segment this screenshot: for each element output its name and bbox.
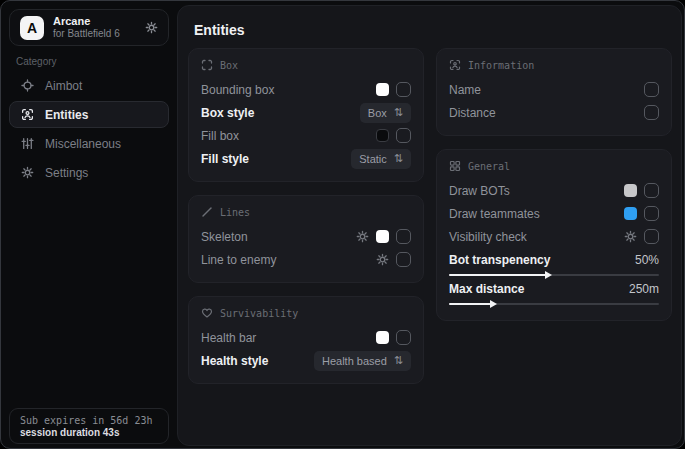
color-swatch[interactable] bbox=[624, 184, 637, 197]
slider-value: 50% bbox=[635, 253, 659, 267]
color-swatch[interactable] bbox=[376, 129, 389, 142]
color-swatch[interactable] bbox=[624, 207, 637, 220]
color-swatch[interactable] bbox=[376, 83, 389, 96]
sidebar-item-aimbot[interactable]: Aimbot bbox=[9, 72, 169, 99]
setting-label: Max distance bbox=[449, 282, 524, 296]
setting-label: Health bar bbox=[201, 331, 256, 345]
checkbox[interactable] bbox=[396, 82, 411, 97]
slider-header: Max distance250m bbox=[449, 280, 659, 297]
slider-bot-transpenency: Bot transpenency50% bbox=[449, 251, 659, 276]
info-icon bbox=[449, 59, 461, 71]
style-select[interactable]: Box⇅ bbox=[360, 103, 411, 123]
setting-row-health-bar: Health bar bbox=[201, 326, 411, 349]
card-box: BoxBounding boxBox styleBox⇅Fill boxFill… bbox=[188, 48, 424, 182]
checkbox[interactable] bbox=[396, 330, 411, 345]
card-header: Survivability bbox=[201, 307, 411, 319]
style-select[interactable]: Static⇅ bbox=[351, 149, 411, 169]
setting-row-fill-style: Fill styleStatic⇅ bbox=[201, 147, 411, 170]
checkbox[interactable] bbox=[644, 206, 659, 221]
slider-track[interactable] bbox=[449, 303, 659, 305]
updown-arrows-icon: ⇅ bbox=[394, 153, 403, 164]
style-select[interactable]: Health based⇅ bbox=[314, 351, 411, 371]
row-controls bbox=[624, 183, 659, 198]
sidebar-item-label: Aimbot bbox=[45, 79, 82, 93]
settings-column-right: InformationNameDistanceGeneralDraw BOTsD… bbox=[436, 48, 672, 321]
logo-text: Arcane for Battlefield 6 bbox=[53, 15, 136, 39]
sidebar-item-settings[interactable]: Settings bbox=[9, 159, 169, 186]
select-value: Static bbox=[359, 153, 387, 165]
card-general: GeneralDraw BOTsDraw teammatesVisibility… bbox=[436, 149, 672, 321]
sidebar-item-miscellaneous[interactable]: Miscellaneous bbox=[9, 130, 169, 157]
sidebar: A Arcane for Battlefield 6 Category Aimb… bbox=[1, 1, 177, 448]
setting-row-skeleton: Skeleton bbox=[201, 225, 411, 248]
row-controls: Health based⇅ bbox=[314, 351, 411, 371]
app-avatar: A bbox=[20, 16, 44, 40]
gear-icon[interactable] bbox=[376, 253, 389, 266]
app-window: A Arcane for Battlefield 6 Category Aimb… bbox=[0, 0, 685, 449]
color-swatch[interactable] bbox=[376, 331, 389, 344]
checkbox[interactable] bbox=[644, 183, 659, 198]
subscription-info: Sub expires in 56d 23h session duration … bbox=[9, 408, 169, 444]
slider-track[interactable] bbox=[449, 274, 659, 276]
card-title: General bbox=[468, 161, 510, 172]
slider-value: 250m bbox=[629, 282, 659, 296]
setting-row-draw-teammates: Draw teammates bbox=[449, 202, 659, 225]
main-panel: Entities BoxBounding boxBox styleBox⇅Fil… bbox=[177, 5, 682, 446]
setting-label: Bounding box bbox=[201, 83, 274, 97]
slider-fill[interactable] bbox=[449, 303, 495, 305]
row-controls: Box⇅ bbox=[360, 103, 411, 123]
gear-icon[interactable] bbox=[145, 21, 158, 34]
gear-icon bbox=[21, 166, 34, 179]
card-title: Lines bbox=[220, 207, 250, 218]
slider-max-distance: Max distance250m bbox=[449, 280, 659, 305]
setting-label: Health style bbox=[201, 354, 268, 368]
checkbox[interactable] bbox=[396, 229, 411, 244]
entities-icon bbox=[21, 108, 34, 121]
row-controls bbox=[376, 82, 411, 97]
setting-row-fill-box: Fill box bbox=[201, 124, 411, 147]
sidebar-item-entities[interactable]: Entities bbox=[9, 101, 169, 128]
checkbox[interactable] bbox=[396, 128, 411, 143]
setting-row-draw-bots: Draw BOTs bbox=[449, 179, 659, 202]
setting-label: Visibility check bbox=[449, 230, 527, 244]
sidebar-nav: AimbotEntitiesMiscellaneousSettings bbox=[9, 72, 169, 186]
row-controls bbox=[644, 105, 659, 120]
updown-arrows-icon: ⇅ bbox=[394, 107, 403, 118]
setting-label: Fill box bbox=[201, 129, 239, 143]
setting-row-visibility-check: Visibility check bbox=[449, 225, 659, 248]
card-header: Box bbox=[201, 59, 411, 71]
setting-label: Name bbox=[449, 83, 481, 97]
setting-label: Line to enemy bbox=[201, 253, 276, 267]
sub-expiry-text: Sub expires in 56d 23h bbox=[20, 415, 158, 426]
gear-icon[interactable] bbox=[624, 230, 637, 243]
card-title: Box bbox=[220, 60, 238, 71]
setting-row-health-style: Health styleHealth based⇅ bbox=[201, 349, 411, 372]
checkbox[interactable] bbox=[644, 105, 659, 120]
row-controls bbox=[644, 82, 659, 97]
setting-label: Fill style bbox=[201, 152, 249, 166]
gear-icon[interactable] bbox=[356, 230, 369, 243]
checkbox[interactable] bbox=[396, 252, 411, 267]
setting-label: Bot transpenency bbox=[449, 253, 550, 267]
heart-icon bbox=[201, 307, 213, 319]
setting-label: Draw teammates bbox=[449, 207, 540, 221]
color-swatch[interactable] bbox=[376, 230, 389, 243]
row-controls bbox=[376, 330, 411, 345]
card-header: Information bbox=[449, 59, 659, 71]
card-header: General bbox=[449, 160, 659, 172]
slider-fill[interactable] bbox=[449, 274, 550, 276]
category-label: Category bbox=[16, 56, 57, 67]
card-title: Survivability bbox=[220, 308, 298, 319]
card-header: Lines bbox=[201, 206, 411, 218]
checkbox[interactable] bbox=[644, 229, 659, 244]
updown-arrows-icon: ⇅ bbox=[394, 355, 403, 366]
row-controls bbox=[356, 229, 411, 244]
slider-header: Bot transpenency50% bbox=[449, 251, 659, 268]
session-duration-text: session duration 43s bbox=[20, 427, 158, 438]
grid-icon bbox=[449, 160, 461, 172]
sidebar-item-label: Settings bbox=[45, 166, 88, 180]
checkbox[interactable] bbox=[644, 82, 659, 97]
setting-row-bounding-box: Bounding box bbox=[201, 78, 411, 101]
card-information: InformationNameDistance bbox=[436, 48, 672, 136]
setting-row-name: Name bbox=[449, 78, 659, 101]
